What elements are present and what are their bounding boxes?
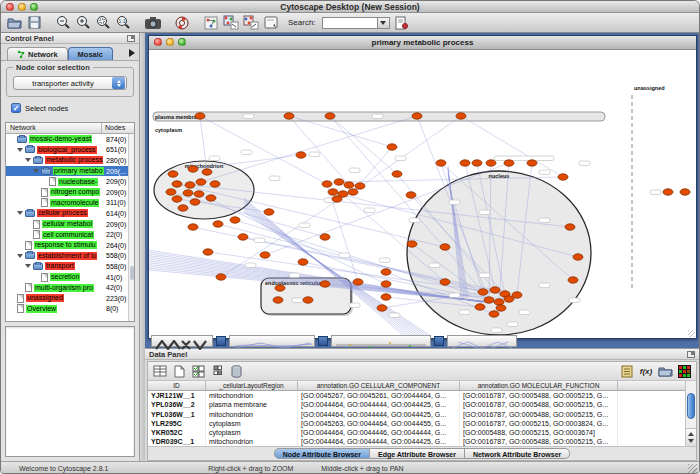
table-row[interactable]: YPL036W__1mitochondrion[GO:0044464, GO:0…: [148, 410, 696, 419]
float-panel-icon[interactable]: [127, 35, 135, 42]
network-node[interactable]: [298, 259, 308, 265]
network-node[interactable]: [490, 287, 500, 293]
network-node[interactable]: [460, 160, 470, 166]
tree-row[interactable]: transport558(0): [6, 261, 134, 272]
network-node[interactable]: [456, 113, 466, 119]
node-color-dropdown[interactable]: transporter activity: [13, 76, 127, 90]
expand-arrow-icon[interactable]: [25, 264, 31, 268]
minimized-view-thumbnail[interactable]: [229, 335, 315, 347]
network-node[interactable]: [260, 252, 270, 258]
network-node[interactable]: [213, 221, 223, 227]
zoom-button[interactable]: [30, 3, 38, 11]
network-overview-icon[interactable]: [202, 15, 219, 31]
network-node[interactable]: [303, 297, 313, 303]
network-node[interactable]: [381, 281, 391, 287]
expand-arrow-icon[interactable]: [17, 254, 23, 258]
network-node[interactable]: [216, 274, 226, 280]
frame-zoom-button[interactable]: [178, 38, 186, 46]
network-node[interactable]: [527, 160, 537, 166]
zoom-selected-icon[interactable]: [95, 15, 112, 31]
zoom-out-icon[interactable]: [55, 15, 72, 31]
tree-row[interactable]: cellular process614(0): [6, 208, 134, 219]
minimized-view-thumbnail[interactable]: [151, 335, 213, 347]
tab-overflow-arrow-icon[interactable]: [129, 49, 135, 57]
network-node[interactable]: [565, 224, 575, 230]
tab-mosaic[interactable]: Mosaic: [68, 47, 113, 60]
network-node[interactable]: [188, 166, 198, 172]
network-node[interactable]: [178, 205, 188, 211]
network-node[interactable]: [663, 189, 673, 195]
tree-row[interactable]: biological_process651(0): [6, 145, 134, 156]
column-header[interactable]: annotation.GO MOLECULAR_FUNCTION: [460, 381, 618, 390]
network-node[interactable]: [172, 181, 182, 187]
network-node[interactable]: [573, 254, 583, 260]
network-node[interactable]: [381, 294, 391, 300]
zoom-fit-icon[interactable]: 1:1: [115, 15, 132, 31]
network-canvas[interactable]: plasma membranecytoplasmmitochondrionnuc…: [149, 50, 696, 338]
open-folder-icon[interactable]: [6, 15, 23, 31]
expand-arrow-icon[interactable]: [25, 158, 31, 162]
import-attributes-icon[interactable]: [657, 364, 673, 379]
tree-row[interactable]: multi-organism pro42(0): [6, 282, 134, 293]
tree-row[interactable]: secretion41(0): [6, 272, 134, 283]
search-input[interactable]: [322, 17, 378, 29]
tree-row[interactable]: nucleobase-209(0): [6, 176, 134, 187]
network-node[interactable]: [166, 189, 176, 195]
network-node[interactable]: [230, 217, 240, 223]
network-node[interactable]: [322, 181, 332, 187]
minimized-view-icon[interactable]: [318, 336, 328, 346]
layout-a-icon[interactable]: [222, 15, 239, 31]
network-node[interactable]: [196, 179, 206, 185]
table-row[interactable]: YKR052Ccytoplasm[GO:0044464, GO:0044446,…: [148, 428, 696, 437]
network-node[interactable]: [344, 182, 354, 188]
network-node[interactable]: [238, 234, 248, 240]
tree-row[interactable]: response to stimulu264(0): [6, 240, 134, 251]
network-node[interactable]: [172, 196, 182, 202]
network-node[interactable]: [334, 179, 344, 185]
network-node[interactable]: [320, 281, 330, 287]
attribute-matrix-icon[interactable]: [190, 364, 206, 379]
frame-titlebar[interactable]: primary metabolic process: [149, 36, 696, 50]
help-ring-icon[interactable]: [173, 15, 190, 31]
table-row[interactable]: YJR121W__1mitochondrion[GO:0045267, GO:0…: [148, 391, 696, 400]
network-node[interactable]: [472, 160, 482, 166]
network-node[interactable]: [680, 189, 690, 195]
tree-row[interactable]: Overview8(0): [6, 304, 134, 315]
expand-arrow-icon[interactable]: [33, 169, 39, 173]
delete-attribute-icon[interactable]: [228, 364, 244, 379]
network-node[interactable]: [392, 171, 402, 177]
tab-network-attribute-browser[interactable]: Network Attribute Browser: [465, 448, 570, 459]
network-node[interactable]: [494, 299, 504, 305]
configure-search-icon[interactable]: [393, 15, 410, 31]
network-node[interactable]: [489, 311, 499, 317]
network-node[interactable]: [210, 181, 220, 187]
column-header[interactable]: _cellularLayoutRegion: [206, 381, 298, 390]
select-nodes-checkbox[interactable]: ✓: [11, 103, 21, 113]
network-node[interactable]: [183, 190, 193, 196]
tree-row[interactable]: macromolecule311(0): [6, 198, 134, 209]
minimized-view-icon[interactable]: [434, 336, 444, 346]
frame-minimize-button[interactable]: [166, 38, 174, 46]
search-dropdown-button[interactable]: [378, 17, 390, 29]
network-node[interactable]: [202, 169, 212, 175]
new-attribute-icon[interactable]: [171, 364, 187, 379]
minimize-button[interactable]: [18, 3, 26, 11]
tree-row[interactable]: nitrogen compo209(0): [6, 187, 134, 198]
network-node[interactable]: [206, 195, 216, 201]
network-node[interactable]: [296, 152, 306, 158]
table-row[interactable]: YLR295Ccytoplasm[GO:0045263, GO:0044464,…: [148, 419, 696, 428]
formula-icon[interactable]: f(x): [638, 364, 654, 379]
zoom-in-icon[interactable]: [75, 15, 92, 31]
select-attributes-icon[interactable]: [152, 364, 168, 379]
network-node[interactable]: [348, 189, 358, 195]
network-node[interactable]: [332, 196, 342, 202]
expand-arrow-icon[interactable]: [17, 148, 23, 152]
float-panel-icon[interactable]: [687, 351, 695, 358]
network-node[interactable]: [264, 209, 274, 215]
network-node[interactable]: [275, 285, 285, 291]
tab-edge-attribute-browser[interactable]: Edge Attribute Browser: [370, 448, 465, 459]
save-icon[interactable]: [26, 15, 43, 31]
network-node[interactable]: [328, 189, 338, 195]
layout-b-icon[interactable]: [242, 15, 259, 31]
network-node[interactable]: [406, 192, 416, 198]
